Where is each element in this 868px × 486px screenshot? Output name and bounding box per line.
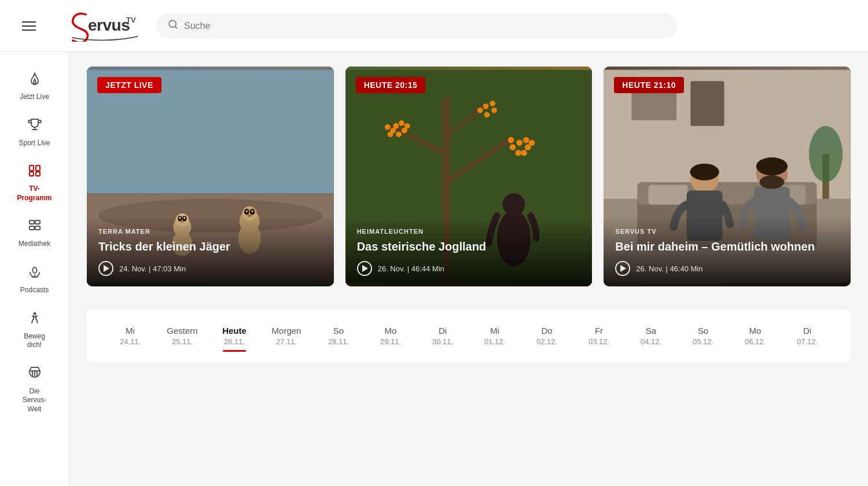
card-1-date: 24. Nov. | 47:03 Min (119, 264, 186, 273)
svg-text:TV: TV (126, 16, 136, 24)
card-1-play-button[interactable] (98, 261, 113, 276)
date-num-label: 02.12. (524, 337, 570, 346)
sidebar-item-servus-welt[interactable]: DieServus-Welt (0, 358, 69, 422)
svg-point-65 (484, 112, 490, 117)
sidebar-label-servus-welt: DieServus-Welt (23, 387, 46, 414)
svg-rect-75 (649, 185, 688, 205)
date-day-label: Heute (211, 326, 258, 336)
card-3-category: SERVUS TV (615, 228, 839, 235)
sidebar-label-tv-programm: TV-Programm (17, 185, 52, 203)
svg-point-62 (490, 101, 495, 106)
card-1-bottom: TERRA MATER Tricks der kleinen Jäger 24.… (87, 216, 334, 286)
grid-icon (28, 219, 42, 236)
card-3-meta: 26. Nov. | 46:40 Min (615, 261, 839, 276)
svg-rect-9 (35, 220, 40, 224)
svg-point-58 (507, 137, 514, 143)
date-num-label: 04.12. (628, 337, 674, 346)
svg-point-37 (252, 211, 253, 212)
date-num-label: 29.11. (367, 337, 414, 346)
svg-point-51 (404, 123, 410, 129)
card-1-category: TERRA MATER (98, 228, 322, 235)
card-2-bottom: HEIMATLEUCHTEN Das steirische Joglland 2… (345, 216, 593, 286)
svg-point-83 (756, 157, 788, 175)
date-item-8[interactable]: Do02.12. (521, 321, 573, 351)
menu-button[interactable] (17, 17, 41, 35)
svg-point-82 (760, 175, 785, 189)
svg-line-3 (175, 26, 176, 28)
card-1-title: Tricks der kleinen Jäger (98, 240, 322, 254)
svg-point-55 (509, 144, 516, 150)
date-day-label: Di (784, 326, 830, 336)
date-day-label: Gestern (159, 326, 205, 336)
date-item-1[interactable]: Gestern25.11. (156, 321, 208, 351)
svg-point-64 (491, 108, 497, 113)
date-day-label: Di (420, 326, 466, 336)
cards-row: JETZT LIVE TERRA MATER Tricks der kleine… (87, 67, 851, 286)
sidebar-item-beweg-dich[interactable]: Bewegdich! (0, 303, 69, 358)
svg-point-36 (246, 211, 248, 212)
sidebar-item-jetzt-live[interactable]: Jetzt Live (0, 64, 69, 110)
play-triangle-icon (104, 265, 109, 272)
date-item-0[interactable]: Mi24.11. (104, 321, 156, 351)
search-icon (168, 19, 178, 32)
logo[interactable]: ervus TV (58, 10, 139, 42)
date-item-5[interactable]: Mo29.11. (365, 321, 417, 351)
sidebar-item-sport-live[interactable]: Sport Live (0, 110, 69, 156)
date-item-12[interactable]: Mo06.12. (729, 321, 781, 351)
date-item-6[interactable]: Di30.11. (417, 321, 469, 351)
date-num-label: 01.12. (472, 337, 518, 346)
svg-rect-10 (30, 226, 34, 230)
date-day-label: So (315, 326, 362, 336)
card-2-badge: HEUTE 20:15 (356, 77, 426, 93)
play-triangle-icon-3 (620, 265, 626, 272)
card-3[interactable]: HEUTE 21:10 SERVUS TV Bei mir daheim – G… (604, 67, 851, 286)
play-triangle-icon-2 (362, 265, 368, 272)
date-day-label: So (680, 326, 726, 336)
date-day-label: Mi (472, 326, 518, 336)
date-item-2[interactable]: Heute26.11. (208, 321, 260, 351)
svg-point-54 (523, 137, 529, 143)
date-num-label: 07.12. (784, 337, 830, 346)
date-row: Mi24.11.Gestern25.11.Heute26.11.Morgen27… (104, 321, 833, 351)
sidebar-label-mediathek: Mediathek (19, 240, 50, 249)
book-icon (28, 164, 42, 181)
svg-point-49 (396, 131, 402, 137)
date-num-label: 03.12. (576, 337, 622, 346)
card-1[interactable]: JETZT LIVE TERRA MATER Tricks der kleine… (87, 67, 334, 286)
date-num-label: 26.11. (211, 337, 258, 346)
sidebar-item-tv-programm[interactable]: TV-Programm (0, 156, 69, 211)
date-item-9[interactable]: Fr03.12. (573, 321, 625, 351)
date-item-7[interactable]: Mi01.12. (469, 321, 521, 351)
sidebar: Jetzt Live Sport Live TV- (0, 52, 69, 486)
svg-point-53 (516, 139, 523, 146)
svg-point-50 (387, 131, 393, 137)
date-item-11[interactable]: So05.12. (677, 321, 729, 351)
date-item-4[interactable]: So28.11. (312, 321, 365, 351)
svg-point-12 (32, 267, 36, 273)
sidebar-item-mediathek[interactable]: Mediathek (0, 211, 69, 257)
date-item-10[interactable]: Sa04.12. (625, 321, 677, 351)
date-day-label: Mi (107, 326, 153, 336)
sidebar-label-jetzt-live: Jetzt Live (20, 93, 49, 102)
mic-icon (28, 265, 42, 282)
date-day-label: Mo (732, 326, 778, 336)
card-3-bottom: SERVUS TV Bei mir daheim – Gemütlich woh… (604, 216, 851, 286)
svg-rect-5 (36, 165, 40, 171)
svg-text:ervus: ervus (88, 16, 130, 34)
search-bar[interactable] (156, 13, 677, 38)
date-item-13[interactable]: Di07.12. (781, 321, 833, 351)
sidebar-item-podcasts[interactable]: Podcasts (0, 257, 69, 303)
date-item-3[interactable]: Morgen27.11. (260, 321, 312, 351)
search-input[interactable] (184, 21, 665, 31)
card-3-title: Bei mir daheim – Gemütlich wohnen (615, 240, 839, 254)
basket-icon (28, 366, 42, 384)
svg-point-59 (521, 150, 527, 156)
date-num-label: 05.12. (680, 337, 726, 346)
card-2-category: HEIMATLEUCHTEN (357, 228, 581, 235)
card-2[interactable]: HEUTE 20:15 HEIMATLEUCHTEN Das steirisch… (345, 67, 593, 286)
sidebar-label-podcasts: Podcasts (20, 286, 49, 295)
date-num-label: 25.11. (159, 337, 205, 346)
card-2-play-button[interactable] (357, 261, 372, 276)
date-num-label: 30.11. (420, 337, 466, 346)
card-3-play-button[interactable] (615, 261, 630, 276)
